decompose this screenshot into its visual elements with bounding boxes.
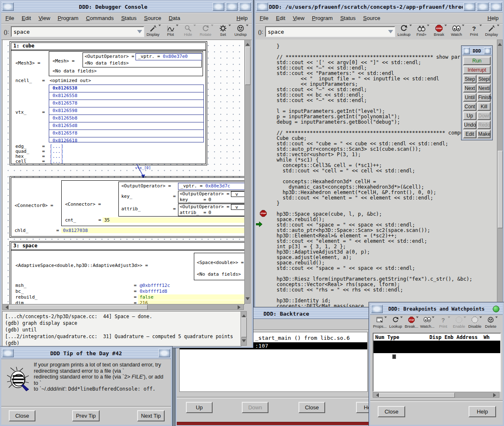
- delete-button[interactable]: Delete: [483, 316, 499, 331]
- argument-combo[interactable]: [11, 26, 144, 37]
- connector-struct-box[interactable]: <Connector> = <OutputOperator> = _vptr. …: [61, 180, 245, 226]
- set-button[interactable]: Set: [214, 25, 232, 39]
- undo-button[interactable]: Undo: [463, 121, 476, 129]
- combo-dropdown-icon[interactable]: [388, 30, 393, 36]
- next-button[interactable]: Next: [463, 84, 476, 92]
- source-scrollbar-thumb[interactable]: [498, 151, 503, 228]
- mesh-struct-box[interactable]: <Mesh> = <OutputOperator> = _vptr. = 0x8…: [49, 51, 203, 76]
- menu-commands[interactable]: Commands: [86, 15, 113, 21]
- cell-value[interactable]: [...]: [50, 159, 63, 164]
- data-vertical-scrollbar[interactable]: [244, 40, 251, 304]
- disable-button[interactable]: Disable: [467, 316, 483, 331]
- attrib-struct-box[interactable]: <OutputOperator> = _v attrib_ = 0: [178, 204, 245, 216]
- vtx-value-list[interactable]: 0x8126538 0x8126558 0x8126578 0x8126598 …: [49, 85, 204, 142]
- menu-view[interactable]: View: [293, 15, 304, 21]
- maximize-button[interactable]: [477, 2, 489, 11]
- gdb-scrollbar-thumb[interactable]: [241, 317, 247, 337]
- menu-source[interactable]: Source: [144, 15, 161, 21]
- tip-titlebar[interactable]: DDD Tip of the Day #42: [1, 348, 171, 359]
- display-2-connector[interactable]: <Connector0> = <Connector> = <OutputOper…: [11, 177, 245, 237]
- cont-button[interactable]: Cont: [463, 102, 476, 111]
- tip-close-button[interactable]: Close: [9, 410, 35, 421]
- console-titlebar[interactable]: DDD: Debugger Console: [1, 1, 252, 12]
- data-scrollbar-thumb[interactable]: [245, 47, 251, 85]
- gdb-console-output[interactable]: [...ch/concepts-2/hp3D/space.cc: 44] Spa…: [2, 311, 241, 346]
- vtx-item[interactable]: 0x8126538: [49, 85, 203, 92]
- outputoperator-struct-box[interactable]: <OutputOperator> = _vptr. = 0x80e37e0 <N…: [83, 52, 202, 67]
- display-3-space[interactable]: 3: space <AdaptiveSpace<double,hp3D::Ada…: [11, 242, 245, 304]
- step-button[interactable]: Step: [463, 75, 476, 83]
- close-button[interactable]: [239, 2, 251, 11]
- vtx-item[interactable]: 0x8126558: [49, 92, 203, 100]
- up-button[interactable]: Up: [463, 112, 476, 120]
- menu-program[interactable]: Program: [58, 15, 78, 21]
- vtx-item[interactable]: 0x81265f8: [49, 130, 203, 137]
- break-button[interactable]: STOP Break...: [404, 316, 419, 331]
- argument-combo[interactable]: [265, 26, 395, 37]
- watch-button[interactable]: Watch...: [419, 316, 435, 331]
- break-button[interactable]: STOP Break: [430, 25, 448, 39]
- menu-data[interactable]: Data: [169, 15, 180, 21]
- print-button[interactable]: ? Print: [465, 25, 483, 39]
- display-button[interactable]: Display: [483, 25, 500, 39]
- menu-status[interactable]: Status: [121, 15, 137, 21]
- lookup-button[interactable]: Lookup: [395, 25, 413, 39]
- command-tool-menu-button[interactable]: [463, 47, 470, 54]
- command-tool-titlebar[interactable]: DDD: [462, 47, 491, 55]
- data-hscrollbar-thumb[interactable]: [9, 305, 148, 310]
- interrupt-button[interactable]: Interrupt: [463, 66, 491, 74]
- data-display-canvas[interactable]: 1: cube <Mesh3> = <Mesh> = <OutputOperat…: [2, 40, 245, 304]
- until-button[interactable]: Until: [463, 93, 476, 102]
- menu-file[interactable]: File: [260, 15, 268, 21]
- menu-help[interactable]: Help: [236, 15, 248, 21]
- stepi-button[interactable]: Stepi: [477, 75, 491, 83]
- tip-next-button[interactable]: Next Tip: [137, 410, 165, 421]
- display-button[interactable]: Display: [144, 25, 162, 39]
- props-button[interactable]: Props...: [372, 316, 388, 331]
- breakpoints-hscroll-thumb[interactable]: [379, 393, 455, 398]
- menu-source[interactable]: Source: [363, 15, 380, 21]
- breakpoints-hscrollbar[interactable]: [373, 392, 499, 398]
- menu-help[interactable]: Help: [487, 15, 499, 21]
- gdb-vertical-scrollbar[interactable]: [241, 311, 247, 346]
- vtx-item[interactable]: 0x8126578: [49, 100, 203, 107]
- vtx-item[interactable]: 0x81265b8: [49, 115, 203, 122]
- vtx-item[interactable]: 0x81265d8: [49, 122, 203, 130]
- breakpoint-row[interactable]: 1 breakpoint keep y 0x08057ea0 in: [374, 341, 500, 347]
- lookup-button[interactable]: Lookup: [388, 316, 404, 331]
- key-struct-box[interactable]: <OutputOperator> = _v key_ = 0: [178, 191, 245, 203]
- kill-button[interactable]: Kill: [477, 102, 491, 111]
- display-1-cube[interactable]: 1: cube <Mesh3> = <Mesh> = <OutputOperat…: [11, 42, 206, 164]
- watch-button[interactable]: Watch: [448, 25, 465, 39]
- command-tool-close-button[interactable]: [484, 47, 491, 54]
- menu-edit[interactable]: Edit: [276, 15, 285, 21]
- window-menu-button[interactable]: [2, 2, 14, 11]
- maximize-button[interactable]: [158, 349, 170, 357]
- breakpoints-titlebar[interactable]: DDD: Breakpoints and Watchpoints: [370, 304, 503, 315]
- plot-button[interactable]: Plot: [162, 25, 179, 39]
- menu-view[interactable]: View: [38, 15, 50, 21]
- menu-file[interactable]: File: [5, 15, 14, 21]
- run-button[interactable]: Run: [463, 57, 491, 65]
- vptr-value-box[interactable]: _vptr. = 0x80e3d7c: [178, 183, 245, 190]
- vtx-item[interactable]: 0x8126598: [49, 107, 203, 115]
- breakpoints-close-button[interactable]: Close: [378, 406, 405, 417]
- vtx-item[interactable]: 0x8126618: [49, 137, 203, 144]
- window-menu-button[interactable]: [371, 305, 383, 313]
- nexti-button[interactable]: Nexti: [477, 84, 491, 92]
- window-menu-button[interactable]: [2, 349, 14, 357]
- breakpoint-stop-icon[interactable]: STOP: [260, 210, 267, 219]
- maximize-button[interactable]: [226, 2, 238, 11]
- tip-prev-button[interactable]: Prev Tip: [72, 410, 100, 421]
- minimize-button[interactable]: [213, 2, 224, 11]
- backtrace-frame-line[interactable]: _start_main () from libc.so.6: [255, 335, 350, 341]
- argument-input[interactable]: [12, 29, 143, 35]
- connector-inner-box[interactable]: <OutputOperator> = _vptr. = 0x80e3d7c ke…: [118, 182, 245, 217]
- edit-button[interactable]: Edit: [463, 130, 476, 138]
- backtrace-close-button[interactable]: Close: [298, 402, 325, 413]
- combo-dropdown-icon[interactable]: [137, 30, 142, 36]
- make-button[interactable]: Make: [477, 130, 491, 138]
- display-3-title[interactable]: 3: space: [11, 243, 245, 251]
- undisp-button[interactable]: Undisp: [232, 25, 249, 39]
- minimize-button[interactable]: [464, 2, 475, 11]
